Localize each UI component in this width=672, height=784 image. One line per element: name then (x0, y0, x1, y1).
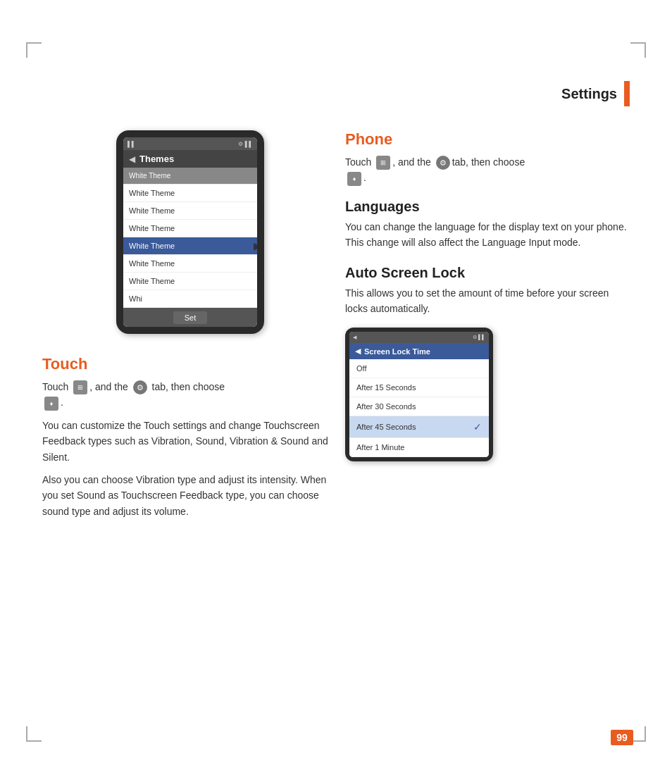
sl-item-off-label: Off (356, 364, 366, 373)
touch-body1: You can customize the Touch settings and… (42, 418, 338, 465)
phone-section: Phone Touch ⊞, and the ⚙tab, then choose… (345, 130, 634, 186)
languages-body: You can change the language for the disp… (345, 219, 634, 251)
corner-mark-top-left-v (26, 42, 27, 58)
themes-list: White Theme White Theme White Theme Whit… (123, 168, 257, 308)
screenlock-screen: ◀ ⚙ ▌▌ ◀ Screen Lock Time Off After 15 S… (349, 332, 489, 457)
set-button[interactable]: Set (173, 311, 208, 324)
touch-intro-word: Touch (42, 381, 68, 392)
checkmark-icon: ✓ (473, 421, 482, 433)
sl-item-30s-label: After 30 Seconds (356, 402, 416, 411)
arrow-icon: ▶ (254, 240, 257, 251)
theme-item-6[interactable]: Whi (123, 290, 257, 308)
sl-item-45s-label: After 45 Seconds (356, 423, 416, 431)
corner-mark-top-right-v (645, 42, 646, 58)
theme-item-3-selected[interactable]: White Theme ▶ (123, 237, 257, 255)
phone-tab: tab, then choose (452, 156, 525, 168)
status-icons: ⚙ ▌▌ (238, 141, 253, 147)
sl-signal-icon: ◀ (353, 335, 356, 340)
phone-touch-icon: ♦ (347, 172, 361, 186)
sl-item-1min[interactable]: After 1 Minute (349, 438, 489, 457)
back-icon[interactable]: ◀ (129, 154, 135, 164)
themes-footer: Set (123, 308, 257, 327)
corner-mark-top-right-h (630, 42, 646, 44)
languages-section: Languages You can change the language fo… (345, 199, 634, 251)
corner-mark-bot-right-v (645, 726, 646, 742)
theme-item-0[interactable]: White Theme (123, 185, 257, 202)
touch-heading: Touch (42, 355, 338, 373)
sl-item-30s[interactable]: After 30 Seconds (349, 397, 489, 416)
gear-icon: ⚙ (133, 380, 147, 394)
touch-body2: Also you can choose Vibration type and a… (42, 472, 338, 519)
page-title: Settings (561, 86, 617, 102)
signal-icon: ▌▌ (127, 141, 135, 147)
touch-section: Touch Touch ⊞, and the ⚙ tab, then choos… (42, 355, 338, 519)
phone-and: , and the (392, 156, 433, 168)
touch-tab: tab, then choose (149, 381, 225, 392)
sl-item-15s[interactable]: After 15 Seconds (349, 378, 489, 397)
screenlock-topbar: ◀ ⚙ ▌▌ (349, 332, 489, 343)
menu-icon: ⊞ (73, 380, 87, 394)
phone-menu-icon: ⊞ (376, 156, 390, 170)
screenlock-phone-mockup: ◀ ⚙ ▌▌ ◀ Screen Lock Time Off After 15 S… (345, 328, 493, 461)
themes-list-wrapper: White Theme White Theme White Theme Whit… (123, 168, 257, 308)
theme-item-4[interactable]: White Theme (123, 255, 257, 273)
themes-titlebar: ◀ Themes (123, 150, 257, 168)
sl-item-15s-label: After 15 Seconds (356, 383, 416, 392)
corner-mark-top-left-h (26, 42, 42, 44)
phone-gear-icon: ⚙ (436, 156, 450, 170)
screenlock-titlebar: ◀ Screen Lock Time (349, 343, 489, 359)
themes-phone-screen: ▌▌ ⚙ ▌▌ ◀ Themes White Theme White Theme… (123, 137, 257, 327)
themes-title: Themes (139, 154, 174, 164)
phone-touch-word: Touch (345, 156, 371, 168)
sl-item-off[interactable]: Off (349, 359, 489, 378)
sl-item-1min-label: After 1 Minute (356, 443, 404, 452)
touch-and: , and the (89, 381, 130, 392)
theme-item-5[interactable]: White Theme (123, 273, 257, 290)
screenlock-title: Screen Lock Time (364, 347, 430, 356)
touch-period: . (61, 397, 63, 408)
languages-heading: Languages (345, 199, 634, 215)
header-accent-bar (624, 81, 630, 106)
themes-list-header: White Theme (123, 168, 257, 185)
themes-phone-mockup: ▌▌ ⚙ ▌▌ ◀ Themes White Theme White Theme… (116, 130, 264, 334)
auto-screen-lock-heading: Auto Screen Lock (345, 265, 634, 281)
right-column: Phone Touch ⊞, and the ⚙tab, then choose… (345, 130, 634, 461)
sl-item-45s-active[interactable]: After 45 Seconds ✓ (349, 416, 489, 438)
theme-item-2[interactable]: White Theme (123, 220, 257, 237)
page-header: Settings (561, 81, 630, 106)
page-number: 99 (611, 730, 633, 745)
screenlock-list: Off After 15 Seconds After 30 Seconds Af… (349, 359, 489, 457)
corner-mark-bot-left-v (26, 726, 27, 742)
themes-topbar: ▌▌ ⚙ ▌▌ (123, 137, 257, 150)
sl-back-icon[interactable]: ◀ (355, 347, 361, 356)
auto-screen-lock-body: This allows you to set the amount of tim… (345, 285, 634, 317)
left-column: ▌▌ ⚙ ▌▌ ◀ Themes White Theme White Theme… (42, 130, 338, 526)
corner-mark-bot-left-h (26, 740, 42, 742)
touch-icon: ♦ (44, 397, 58, 411)
sl-status-icons: ⚙ ▌▌ (473, 335, 485, 340)
phone-period: . (363, 172, 366, 183)
phone-intro-line: Touch ⊞, and the ⚙tab, then choose ♦. (345, 154, 634, 186)
auto-screen-lock-section: Auto Screen Lock This allows you to set … (345, 265, 634, 462)
phone-heading: Phone (345, 130, 634, 149)
touch-intro-line: Touch ⊞, and the ⚙ tab, then choose ♦. (42, 379, 338, 411)
theme-item-1[interactable]: White Theme (123, 202, 257, 220)
